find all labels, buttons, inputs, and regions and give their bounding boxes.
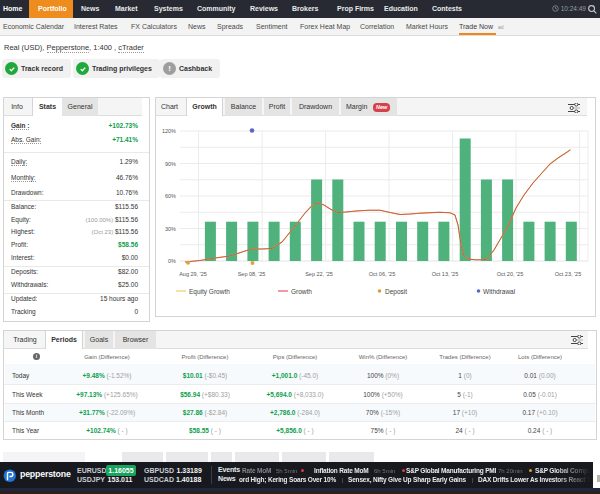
svg-text:30%: 30% xyxy=(165,226,176,232)
svg-text:120%: 120% xyxy=(162,128,176,134)
svg-text:0%: 0% xyxy=(168,258,176,264)
svg-text:Oct 13, '25: Oct 13, '25 xyxy=(432,271,458,277)
svg-text:Oct 20, '25: Oct 20, '25 xyxy=(497,271,523,277)
svg-text:Aug 29, '25: Aug 29, '25 xyxy=(179,271,207,277)
svg-text:Oct 06, '25: Oct 06, '25 xyxy=(369,271,395,277)
svg-text:Equity Growth: Equity Growth xyxy=(189,288,230,296)
svg-text:Sep 22, '25: Sep 22, '25 xyxy=(305,271,333,277)
svg-text:90%: 90% xyxy=(165,161,176,167)
svg-text:60%: 60% xyxy=(165,193,176,199)
svg-text:Sep 08, '25: Sep 08, '25 xyxy=(238,271,266,277)
svg-text:Withdrawal: Withdrawal xyxy=(483,288,516,295)
svg-text:Growth: Growth xyxy=(291,288,312,295)
svg-text:Oct 23, '25: Oct 23, '25 xyxy=(555,271,581,277)
svg-text:Deposit: Deposit xyxy=(385,288,407,296)
